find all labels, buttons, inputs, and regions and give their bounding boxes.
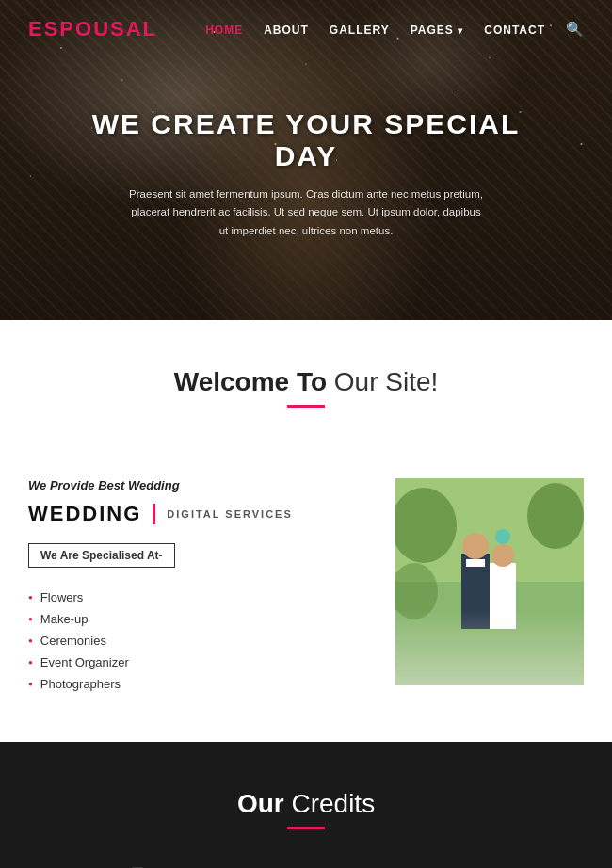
content-section: We Provide Best Wedding WEDDING DIGITAL … [0, 478, 612, 742]
pages-dropdown-arrow: ▾ [458, 25, 463, 36]
bullet-icon: ● [28, 658, 33, 667]
provide-label: We Provide Best Wedding [28, 478, 367, 492]
svg-point-10 [527, 483, 584, 549]
bullet-icon: ● [28, 680, 33, 688]
digital-services: DIGITAL SERVICES [167, 508, 292, 520]
svg-point-8 [495, 529, 510, 544]
content-left: We Provide Best Wedding WEDDING DIGITAL … [28, 478, 367, 695]
navbar: ESPOUSAL HOME ABOUT GALLERY PAGES ▾ CONT… [0, 0, 612, 58]
service-label: Ceremonies [40, 634, 106, 648]
search-icon[interactable]: 🔍 [566, 21, 584, 37]
service-label: Event Organizer [40, 655, 129, 669]
credits-title: Our Credits [28, 789, 584, 819]
welcome-section: Welcome To Our Site! [0, 320, 612, 478]
nav-link-about[interactable]: ABOUT [264, 24, 309, 37]
wedding-divider [153, 504, 155, 524]
service-item-ceremonies: ● Ceremonies [28, 630, 367, 651]
hero-title: WE CREATE YOUR SPECIAL DAY [75, 108, 537, 172]
bullet-icon: ● [28, 615, 33, 623]
nav-link-gallery[interactable]: GALLERY [330, 24, 390, 37]
hero-subtitle: Praesent sit amet fermentum ipsum. Cras … [127, 185, 485, 241]
svg-point-7 [491, 544, 514, 567]
nav-link-pages[interactable]: PAGES ▾ [411, 24, 463, 37]
content-right [395, 478, 584, 685]
service-label: Make-up [40, 612, 89, 626]
specialised-label: We Are Specialised At- [40, 549, 163, 562]
hero-section: ESPOUSAL HOME ABOUT GALLERY PAGES ▾ CONT… [0, 0, 612, 320]
service-item-makeup: ● Make-up [28, 608, 367, 630]
search-icon-item[interactable]: 🔍 [566, 21, 584, 38]
welcome-underline [287, 405, 325, 408]
wedding-header: WEDDING DIGITAL SERVICES [28, 502, 367, 526]
wedding-photo [395, 478, 584, 685]
svg-rect-6 [490, 563, 516, 629]
welcome-bold: Welcome To [174, 367, 327, 396]
welcome-title: Welcome To Our Site! [28, 367, 584, 397]
wedding-word: WEDDING [28, 502, 141, 526]
nav-item-home[interactable]: HOME [205, 21, 243, 38]
service-item-flowers: ● Flowers [28, 587, 367, 608]
nav-link-home[interactable]: HOME [205, 24, 243, 37]
svg-point-4 [462, 533, 489, 559]
welcome-rest: Our Site! [327, 367, 438, 396]
service-item-event: ● Event Organizer [28, 651, 367, 673]
service-label: Flowers [40, 590, 84, 604]
hero-background: ESPOUSAL HOME ABOUT GALLERY PAGES ▾ CONT… [0, 0, 612, 320]
svg-rect-5 [466, 559, 485, 567]
nav-item-contact[interactable]: CONTACT [484, 21, 545, 38]
service-item-photographers: ● Photographers [28, 673, 367, 695]
nav-item-gallery[interactable]: GALLERY [330, 21, 390, 38]
credits-underline [287, 827, 325, 829]
specialised-box: We Are Specialised At- [28, 543, 175, 568]
nav-item-pages[interactable]: PAGES ▾ [411, 21, 463, 38]
credits-bold: Our [237, 789, 284, 818]
bullet-icon: ● [28, 636, 33, 645]
service-label: Photographers [40, 677, 121, 691]
brand-logo: ESPOUSAL [28, 17, 157, 41]
credits-section: Our Credits 120 PHOTOGRAPHERS [0, 742, 612, 868]
services-list: ● Flowers ● Make-up ● Ceremonies ● Event… [28, 587, 367, 695]
nav-link-contact[interactable]: CONTACT [484, 24, 545, 37]
bullet-icon: ● [28, 593, 33, 602]
credits-rest: Credits [284, 789, 375, 818]
nav-item-about[interactable]: ABOUT [264, 21, 309, 38]
nav-links: HOME ABOUT GALLERY PAGES ▾ CONTACT 🔍 [205, 21, 584, 38]
